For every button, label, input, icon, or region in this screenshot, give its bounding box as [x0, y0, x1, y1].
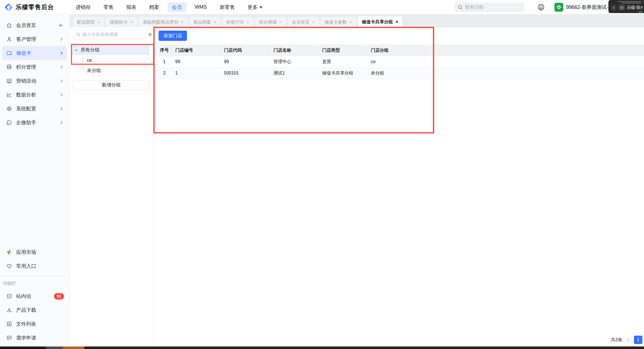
tab-card-share-group[interactable]: 储值卡共享分组× [358, 16, 402, 28]
nav-item-archives[interactable]: 档案 [145, 2, 164, 12]
tab-label: 会员首页 [292, 19, 310, 25]
inbox-unread-badge: 91 [54, 293, 64, 300]
column-header-store-type: 门店类型 [317, 44, 366, 56]
tab-label: 储值卡共享分组 [362, 19, 393, 25]
microphone-icon[interactable] [611, 4, 617, 11]
tab-bar: 配送跟踪× 团购制卡× 基础档案商品类别× 商品档案× 价签打印× 积分商城× … [70, 14, 644, 28]
monitor-wave-icon [6, 78, 13, 84]
chevron-right-icon [59, 79, 64, 83]
tab-close-icon[interactable]: × [349, 19, 352, 25]
sidebar-item-wecom-assistant[interactable]: 企微助手 [2, 116, 67, 130]
tab-group-card[interactable]: 团购制卡× [106, 17, 137, 28]
tab-label: 商品档案 [193, 19, 211, 25]
add-group-button[interactable]: 新增分组 [73, 80, 149, 90]
app-logo: 乐檬零售后台 [0, 3, 70, 11]
sidebar-item-marketing[interactable]: 营销活动 [2, 74, 67, 88]
column-header-store-name: 门店名称 [268, 44, 317, 56]
file-chart-icon [6, 321, 13, 327]
screen-share-icon[interactable] [619, 4, 625, 11]
tab-close-icon[interactable]: × [97, 19, 100, 25]
nav-item-wms[interactable]: WMS [190, 3, 211, 12]
pagination-prev-icon[interactable] [626, 338, 630, 342]
sidebar: 会员首页 客户管理 储值卡 [0, 14, 70, 346]
tab-label: 积分商城 [259, 19, 277, 25]
tab-close-icon[interactable]: × [246, 19, 249, 25]
app-window: 5297 5297 5297 5297 5297 乐檬零售后台 进销存 零售 报… [0, 0, 644, 349]
column-header-store-no: 门店编号 [170, 44, 219, 56]
pagination-page-1[interactable]: 1 [634, 336, 642, 344]
nav-item-retail[interactable]: 零售 [99, 2, 118, 12]
sidebar-item-data-analysis[interactable]: 数据分析 [2, 88, 67, 102]
sidebar-item-customer-mgmt[interactable]: 客户管理 [2, 32, 67, 46]
nav-more-label: 更多 [248, 4, 258, 10]
printer-icon[interactable] [537, 3, 545, 11]
nav-item-new-retail[interactable]: 新零售 [215, 2, 239, 12]
sidebar-item-app-market[interactable]: 应用市场 [2, 245, 67, 259]
tree-node-label: 未分组 [87, 67, 101, 74]
sidebar-item-file-list[interactable]: 文件列表 [2, 317, 67, 331]
tree-node-ce[interactable]: ce [82, 55, 154, 65]
taskbar-segment [63, 346, 84, 349]
tab-label: 团购制卡 [110, 19, 128, 25]
tab-price-tag-print[interactable]: 价签打印× [222, 17, 253, 28]
tab-label: 配送跟踪 [77, 19, 95, 25]
sidebar-item-system-config[interactable]: 系统配置 [2, 102, 67, 116]
tab-basic-archive-category[interactable]: 基础档案商品类别× [139, 17, 187, 28]
column-header-empty [414, 44, 644, 56]
sidebar-item-product-download[interactable]: 产品下载 [2, 303, 67, 317]
tab-card-params[interactable]: 储值卡参数× [321, 17, 356, 28]
group-tree: 所有分组 ce 未分组 [70, 45, 154, 76]
tree-expand-caret-icon[interactable] [74, 48, 78, 52]
taskbar-segment [0, 346, 46, 349]
sidebar-item-points-mgmt[interactable]: 积分管理 [2, 60, 67, 74]
sidebar-item-label: 积分管理 [16, 64, 56, 70]
tab-member-home[interactable]: 会员首页× [288, 17, 319, 28]
chat-bubble-icon [6, 119, 13, 126]
chevron-right-icon [59, 65, 64, 69]
tab-product-archive[interactable]: 商品档案× [189, 17, 220, 28]
user-icon [6, 36, 13, 43]
tree-node-ungrouped[interactable]: 未分组 [82, 65, 154, 76]
cell-store-type: 储值卡共享分组 [317, 70, 366, 76]
add-store-button[interactable]: 添加门店 [159, 31, 187, 41]
tab-points-mall[interactable]: 积分商城× [255, 17, 286, 28]
collapse-sidebar-icon[interactable] [58, 23, 64, 28]
line-chart-icon [6, 91, 13, 98]
tab-close-icon[interactable]: × [181, 19, 184, 25]
tree-node-label: ce [87, 58, 92, 63]
collapse-all-icon[interactable] [147, 32, 152, 37]
tab-close-icon[interactable]: × [312, 19, 315, 25]
overlay-user-name: 乐檬-陈伟 [627, 5, 643, 10]
nav-item-member[interactable]: 会员 [167, 2, 186, 12]
tab-close-icon[interactable]: × [396, 19, 398, 25]
group-search-input[interactable] [82, 32, 142, 37]
cell-store-no: 99 [170, 59, 219, 64]
search-icon [76, 32, 80, 37]
overlay-status-indicator [638, 11, 642, 13]
tree-node-all-groups[interactable]: 所有分组 [71, 45, 149, 55]
taskbar-segment [46, 346, 63, 349]
cell-store-code: 500101 [219, 71, 268, 76]
cell-store-no: 1 [170, 71, 219, 76]
sidebar-item-stored-value-card[interactable]: 储值卡 [2, 46, 67, 60]
sidebar-item-common-entries[interactable]: 常用入口 [2, 259, 67, 273]
pagination: 共2条 1 [611, 336, 642, 344]
tab-close-icon[interactable]: × [214, 19, 216, 25]
pagination-total: 共2条 [611, 337, 622, 343]
global-search[interactable] [454, 3, 524, 12]
cell-index: 2 [159, 71, 170, 76]
tab-close-icon[interactable]: × [130, 19, 133, 25]
sidebar-item-member-home[interactable]: 会员首页 [2, 18, 67, 32]
sidebar-item-inbox[interactable]: 站内信 91 [2, 289, 67, 303]
group-search[interactable] [73, 30, 145, 39]
tab-close-icon[interactable]: × [279, 19, 282, 25]
cell-store-name: 测试1 [268, 70, 317, 76]
nav-item-purchase-sale-stock[interactable]: 进销存 [71, 2, 95, 12]
nav-item-reports[interactable]: 报表 [122, 2, 141, 12]
global-search-input[interactable] [465, 4, 515, 10]
cell-index: 1 [159, 59, 170, 64]
tab-delivery-tracking[interactable]: 配送跟踪× [73, 17, 104, 28]
nav-item-more[interactable]: 更多 [243, 2, 267, 12]
sidebar-item-request[interactable]: 需求申请 [2, 331, 67, 345]
column-header-store-code: 门店代码 [219, 44, 268, 56]
